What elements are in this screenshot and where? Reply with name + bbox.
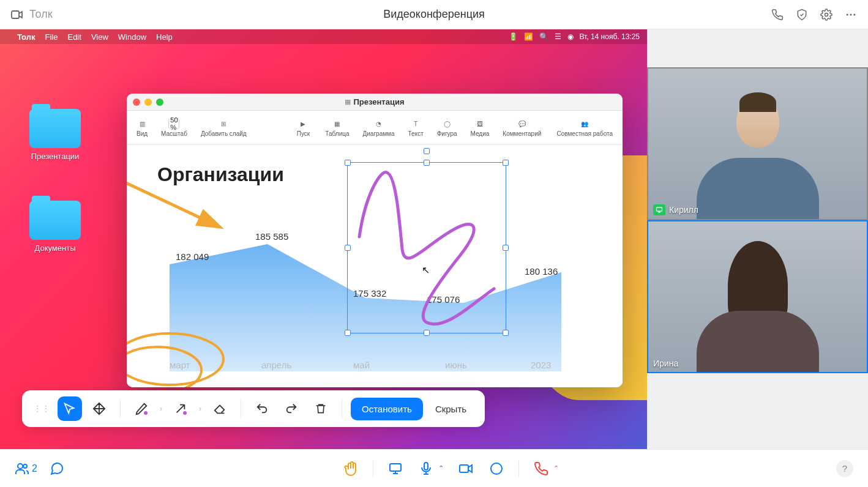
tb-comment[interactable]: 💬Комментарий	[503, 118, 541, 137]
tb-zoom[interactable]: 50 %Масштаб	[161, 118, 187, 137]
call-controls-bar: 2 ⌃ ⌃ ?	[0, 449, 868, 487]
tb-media[interactable]: 🖼Медиа	[471, 118, 490, 137]
tb-collab[interactable]: 👥Совместная работа	[557, 118, 613, 137]
spotlight-icon: 🔍	[539, 32, 548, 41]
svg-point-3	[850, 13, 852, 15]
pen-tool[interactable]	[129, 396, 154, 421]
data-label: 180 136	[525, 266, 558, 277]
participants-button[interactable]: 2	[15, 460, 37, 477]
tb-play[interactable]: ▶Пуск	[297, 118, 310, 137]
siri-icon: ◉	[567, 32, 574, 41]
delete-button[interactable]	[309, 396, 333, 421]
folder-icon	[29, 201, 81, 240]
tb-addslide[interactable]: ⊞Добавить слайд	[201, 118, 247, 137]
mac-menu-4[interactable]: Window	[118, 32, 146, 42]
screen-share-area: Толк File Edit View Window Help 🔋 📶 🔍 ☰ …	[0, 29, 647, 449]
object-selection[interactable]	[347, 162, 506, 333]
mac-menubar: Толк File Edit View Window Help 🔋 📶 🔍 ☰ …	[0, 29, 647, 44]
hangup-options-chevron[interactable]: ⌃	[553, 464, 559, 472]
arrow-options-chevron[interactable]: ›	[198, 404, 203, 413]
svg-point-4	[853, 13, 855, 15]
svg-rect-13	[390, 464, 401, 471]
window-titlebar: ▦ Презентация	[127, 94, 623, 111]
desktop-folder-documents[interactable]: Документы	[24, 201, 86, 253]
folder-icon	[29, 109, 81, 148]
window-title: Презентация	[353, 97, 404, 106]
more-icon[interactable]	[844, 7, 858, 22]
mic-options-chevron[interactable]: ⌃	[438, 464, 444, 472]
control-center-icon: ☰	[555, 32, 561, 41]
eraser-tool[interactable]	[208, 396, 232, 421]
slide-title: Организации	[157, 163, 284, 186]
hangup-button[interactable]	[533, 460, 550, 477]
svg-rect-14	[424, 463, 428, 470]
pointer-tool[interactable]	[58, 396, 82, 421]
redo-button[interactable]	[279, 396, 304, 421]
participant-name: Ирина	[653, 359, 678, 368]
share-screen-button[interactable]	[387, 460, 404, 477]
mic-button[interactable]	[417, 460, 435, 477]
hide-button[interactable]: Скрыть	[428, 398, 474, 420]
data-label: 185 585	[255, 231, 288, 242]
x-tick: май	[353, 360, 370, 370]
app-name: Толк	[29, 8, 53, 21]
screen-share-badge-icon	[653, 204, 665, 215]
mac-menu-5[interactable]: Help	[156, 32, 173, 42]
gear-icon[interactable]	[819, 7, 834, 22]
data-label: 182 049	[176, 251, 209, 262]
video-tile-irina[interactable]: Ирина	[647, 220, 868, 373]
tb-shape[interactable]: ◯Фигура	[437, 118, 457, 137]
record-button[interactable]	[488, 460, 505, 477]
mac-menu-3[interactable]: View	[91, 32, 108, 42]
mac-menu-2[interactable]: Edit	[67, 32, 81, 42]
slide-canvas[interactable]: Организации 182 049 185 585 175 332 175 …	[127, 145, 623, 387]
folder-label: Документы	[24, 244, 86, 253]
pen-options-chevron[interactable]: ›	[159, 404, 163, 413]
app-logo-icon	[10, 7, 24, 22]
tb-table[interactable]: ▦Таблица	[325, 118, 349, 137]
desktop-folder-presentations[interactable]: Презентации	[24, 109, 86, 161]
mac-menu-1[interactable]: File	[45, 32, 58, 42]
raise-hand-button[interactable]	[342, 460, 359, 477]
participant-name: Кирилл	[669, 205, 698, 215]
keynote-toolbar: ▥Вид 50 %Масштаб ⊞Добавить слайд ▶Пуск ▦…	[127, 111, 623, 145]
cursor-icon: ↖	[422, 264, 430, 276]
traffic-lights[interactable]	[133, 99, 163, 106]
svg-rect-15	[460, 465, 468, 472]
annotation-toolbar: ⋮⋮ › › Остановить Скрыть	[22, 390, 485, 427]
app-topbar: Толк Видеоконференция	[0, 0, 868, 29]
tb-chart[interactable]: ◔Диаграмма	[363, 118, 395, 137]
svg-point-16	[491, 463, 502, 474]
battery-icon: 🔋	[509, 32, 518, 41]
x-tick: март	[170, 360, 190, 370]
svg-point-11	[18, 464, 23, 469]
svg-rect-0	[12, 11, 19, 18]
svg-rect-10	[657, 207, 662, 211]
tb-text[interactable]: TТекст	[408, 118, 424, 137]
page-title: Видеоконференция	[383, 8, 485, 21]
move-tool[interactable]	[87, 396, 111, 421]
svg-point-12	[23, 464, 27, 468]
participants-pane: Кирилл Ирина	[647, 29, 868, 449]
folder-label: Презентации	[24, 152, 86, 161]
shield-icon[interactable]	[795, 7, 809, 22]
svg-point-2	[847, 13, 848, 15]
arrow-tool[interactable]	[168, 396, 193, 421]
participant-count: 2	[32, 463, 37, 474]
undo-button[interactable]	[250, 396, 274, 421]
svg-point-1	[825, 13, 828, 16]
drag-handle-icon[interactable]: ⋮⋮	[33, 404, 50, 414]
video-tile-kirill[interactable]: Кирилл	[647, 67, 868, 220]
camera-button[interactable]	[457, 460, 474, 477]
tb-view[interactable]: ▥Вид	[137, 118, 148, 137]
doc-icon: ▦	[345, 98, 351, 106]
stop-button[interactable]: Остановить	[351, 398, 423, 420]
help-button[interactable]: ?	[836, 460, 853, 477]
chat-button[interactable]	[48, 460, 65, 477]
year-label: 2023	[531, 360, 551, 370]
wifi-icon: 📶	[524, 32, 533, 41]
call-icon[interactable]	[770, 7, 785, 22]
mac-clock: Вт, 14 нояб. 13:25	[580, 32, 640, 41]
mac-menu-0[interactable]: Толк	[17, 32, 36, 42]
x-tick: апрель	[261, 360, 291, 370]
